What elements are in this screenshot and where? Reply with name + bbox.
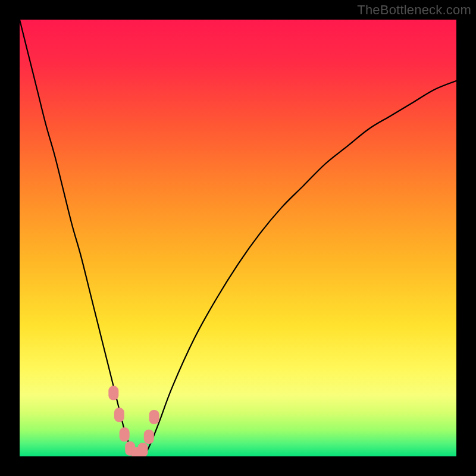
chart-frame: TheBottleneck.com: [0, 0, 476, 476]
svg-rect-0: [20, 20, 456, 456]
watermark-text: TheBottleneck.com: [357, 2, 471, 18]
heat-gradient: [20, 20, 456, 456]
plot-area: [20, 20, 456, 456]
